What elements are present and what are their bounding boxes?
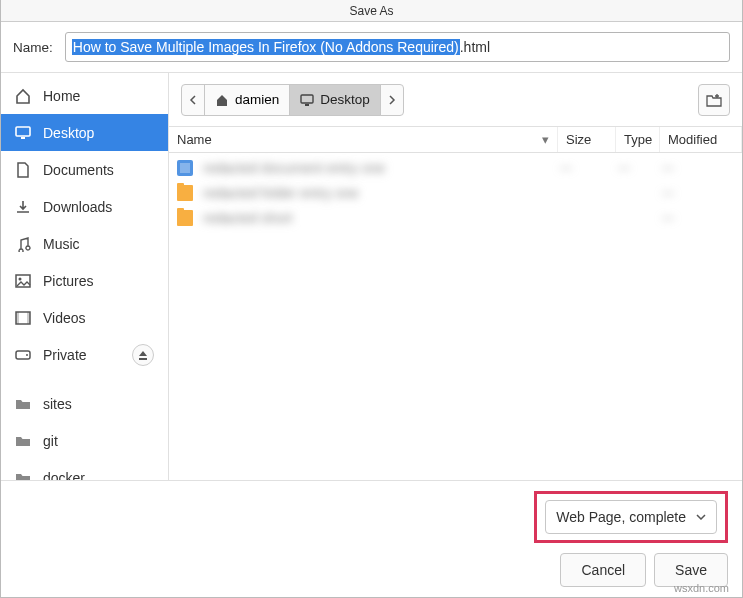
highlight-box: Web Page, complete: [534, 491, 728, 543]
sidebar-item-pictures[interactable]: Pictures: [1, 262, 168, 299]
pictures-icon: [15, 273, 31, 289]
folder-icon: [177, 185, 193, 201]
downloads-icon: [15, 199, 31, 215]
file-modified: —: [662, 161, 734, 175]
folder-icon: [15, 396, 31, 412]
sidebar-item-documents[interactable]: Documents: [1, 151, 168, 188]
main-area: HomeDesktopDocumentsDownloadsMusicPictur…: [1, 73, 742, 480]
sort-indicator-icon: ▾: [542, 132, 549, 147]
chevron-left-icon: [189, 95, 197, 105]
file-row[interactable]: redacted document entry one———: [169, 155, 742, 180]
svg-point-3: [19, 277, 22, 280]
save-as-dialog: Save As Name: How to Save Multiple Image…: [0, 0, 743, 598]
home-icon: [215, 93, 229, 107]
path-bar: damien Desktop: [169, 73, 742, 127]
dialog-bottom: Web Page, complete Cancel Save: [1, 480, 742, 597]
filename-selected-text: How to Save Multiple Images In Firefox (…: [72, 39, 460, 55]
desktop-icon: [300, 94, 314, 106]
breadcrumb-label: Desktop: [320, 92, 370, 107]
sidebar-item-private[interactable]: Private: [1, 336, 168, 373]
chevron-down-icon: [696, 514, 706, 520]
window-title: Save As: [1, 0, 742, 22]
new-folder-icon: [706, 93, 722, 107]
svg-rect-1: [21, 137, 25, 139]
column-modified[interactable]: Modified: [660, 127, 742, 152]
column-type[interactable]: Type: [616, 127, 660, 152]
file-type-select[interactable]: Web Page, complete: [545, 500, 717, 534]
videos-icon: [15, 310, 31, 326]
music-icon: [15, 236, 31, 252]
column-name[interactable]: Name▾: [169, 127, 558, 152]
file-modified: —: [662, 211, 734, 225]
sidebar-item-label: Private: [43, 347, 87, 363]
column-size[interactable]: Size: [558, 127, 616, 152]
file-modified: —: [662, 186, 734, 200]
file-row[interactable]: redacted folder entry one—: [169, 180, 742, 205]
watermark: wsxdn.com: [674, 582, 729, 594]
file-type: —: [618, 161, 662, 175]
sidebar-item-label: docker: [43, 470, 85, 481]
desktop-icon: [15, 125, 31, 141]
file-row[interactable]: redacted short—: [169, 205, 742, 230]
filename-row: Name: How to Save Multiple Images In Fir…: [1, 22, 742, 73]
chevron-right-icon: [388, 95, 396, 105]
sidebar-item-label: sites: [43, 396, 72, 412]
folder-icon: [15, 433, 31, 449]
sidebar-item-docker[interactable]: docker: [1, 459, 168, 480]
svg-rect-6: [27, 312, 30, 324]
places-sidebar: HomeDesktopDocumentsDownloadsMusicPictur…: [1, 73, 169, 480]
sidebar-item-label: Desktop: [43, 125, 94, 141]
sidebar-item-label: git: [43, 433, 58, 449]
breadcrumb: damien Desktop: [181, 84, 404, 116]
sidebar-item-label: Home: [43, 88, 80, 104]
document-icon: [177, 160, 193, 176]
svg-rect-0: [16, 127, 30, 136]
sidebar-item-music[interactable]: Music: [1, 225, 168, 262]
breadcrumb-current[interactable]: Desktop: [289, 84, 381, 116]
filename-label: Name:: [13, 40, 53, 55]
svg-point-8: [26, 354, 28, 356]
file-list[interactable]: redacted document entry one———redacted f…: [169, 153, 742, 480]
sidebar-item-desktop[interactable]: Desktop: [1, 114, 168, 151]
sidebar-item-downloads[interactable]: Downloads: [1, 188, 168, 225]
home-icon: [15, 88, 31, 104]
folder-icon: [15, 470, 31, 481]
sidebar-item-label: Videos: [43, 310, 86, 326]
filename-extension: .html: [460, 39, 490, 55]
sidebar-item-git[interactable]: git: [1, 422, 168, 459]
sidebar-item-home[interactable]: Home: [1, 77, 168, 114]
file-size: —: [560, 161, 618, 175]
svg-rect-5: [16, 312, 19, 324]
sidebar-item-sites[interactable]: sites: [1, 385, 168, 422]
sidebar-item-videos[interactable]: Videos: [1, 299, 168, 336]
new-folder-button[interactable]: [698, 84, 730, 116]
sidebar-item-label: Downloads: [43, 199, 112, 215]
breadcrumb-home[interactable]: damien: [204, 84, 290, 116]
folder-icon: [177, 210, 193, 226]
drive-icon: [15, 347, 31, 363]
file-name: redacted document entry one: [203, 160, 560, 176]
nav-forward-button[interactable]: [380, 84, 404, 116]
file-name: redacted folder entry one: [203, 185, 560, 201]
sidebar-item-label: Music: [43, 236, 80, 252]
breadcrumb-label: damien: [235, 92, 279, 107]
cancel-button[interactable]: Cancel: [560, 553, 646, 587]
documents-icon: [15, 162, 31, 178]
column-headers: Name▾ Size Type Modified: [169, 127, 742, 153]
filename-input[interactable]: How to Save Multiple Images In Firefox (…: [65, 32, 730, 62]
svg-rect-9: [301, 95, 313, 103]
file-type-label: Web Page, complete: [556, 509, 686, 525]
nav-back-button[interactable]: [181, 84, 205, 116]
eject-button[interactable]: [132, 344, 154, 366]
sidebar-item-label: Documents: [43, 162, 114, 178]
file-pane: damien Desktop Name▾ Size Type: [169, 73, 742, 480]
sidebar-item-label: Pictures: [43, 273, 94, 289]
svg-rect-10: [305, 104, 309, 106]
file-name: redacted short: [203, 210, 560, 226]
